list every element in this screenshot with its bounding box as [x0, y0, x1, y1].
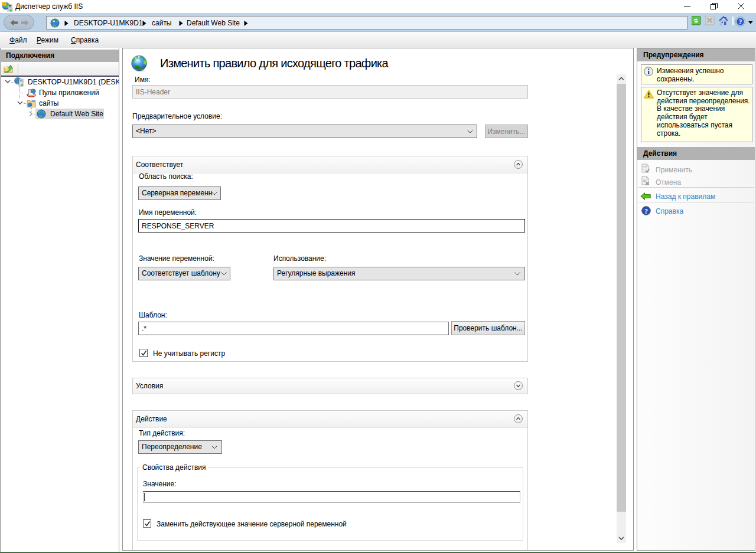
svg-text:?: ? [644, 207, 648, 215]
svg-text:?: ? [739, 18, 742, 26]
